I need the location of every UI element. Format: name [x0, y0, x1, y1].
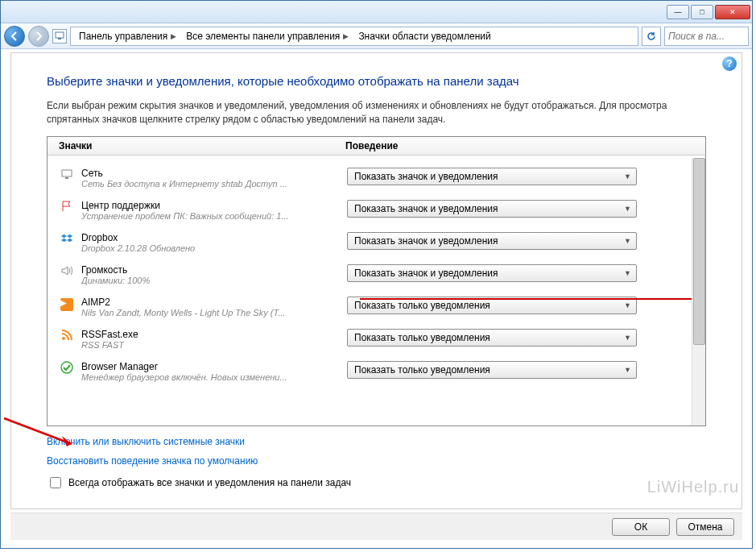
- list-item: Browser ManagerМенеджер браузеров включё…: [48, 358, 691, 390]
- item-subtitle: Устранение проблем ПК: Важных сообщений:…: [81, 211, 347, 221]
- titlebar: — □ ✕: [1, 1, 752, 23]
- breadcrumb-item[interactable]: Значки области уведомлений: [358, 31, 490, 42]
- item-name: Сеть: [81, 168, 347, 179]
- dropdown-value: Показать значок и уведомления: [354, 268, 498, 279]
- content-pane: ? Выберите значки и уведомления, которые…: [10, 52, 742, 509]
- item-subtitle: Dropbox 2.10.28 Обновлено: [81, 243, 347, 253]
- aimp-icon: ▶: [59, 297, 75, 313]
- notification-icons-list: Значки Поведение СетьСеть Без доступа к …: [47, 136, 706, 426]
- scrollbar-thumb[interactable]: [693, 158, 705, 345]
- breadcrumb-item[interactable]: Панель управления: [79, 31, 167, 42]
- forward-button[interactable]: [28, 26, 49, 47]
- svg-point-5: [61, 362, 72, 373]
- system-icons-link[interactable]: Включить или выключить системные значки: [47, 436, 706, 447]
- restore-defaults-link[interactable]: Восстановить поведение значка по умолчан…: [47, 455, 706, 467]
- address-icon[interactable]: [52, 29, 67, 44]
- chevron-down-icon: ▼: [624, 301, 631, 309]
- maximize-button[interactable]: □: [691, 5, 713, 19]
- watermark: LiWiHelp.ru: [647, 478, 739, 496]
- dropbox-icon: [59, 232, 75, 248]
- dialog-footer: ОК Отмена: [10, 513, 742, 540]
- help-icon[interactable]: ?: [722, 56, 737, 71]
- svg-rect-3: [65, 177, 68, 179]
- item-name: Громкость: [81, 264, 347, 276]
- behavior-dropdown[interactable]: Показать значок и уведомления▼: [347, 232, 637, 250]
- rss-icon: [59, 329, 75, 345]
- flag-icon: [59, 200, 75, 216]
- behavior-dropdown[interactable]: Показать значок и уведомления▼: [347, 168, 637, 185]
- list-item: СетьСеть Без доступа к Интернету shtab Д…: [48, 164, 691, 197]
- search-input[interactable]: [664, 27, 749, 46]
- column-header-behavior: Поведение: [345, 140, 705, 151]
- svg-point-4: [62, 337, 65, 340]
- scrollbar[interactable]: [692, 158, 705, 425]
- behavior-dropdown[interactable]: Показать только уведомления▼: [347, 329, 637, 347]
- dropdown-value: Показать только уведомления: [354, 332, 490, 343]
- checkmark-icon: [59, 361, 75, 377]
- chevron-down-icon: ▼: [624, 334, 631, 342]
- dropdown-value: Показать значок и уведомления: [354, 235, 498, 247]
- navigation-bar: Панель управления▶ Все элементы панели у…: [1, 23, 752, 49]
- cancel-button[interactable]: Отмена: [676, 518, 734, 536]
- dropdown-value: Показать только уведомления: [354, 300, 490, 311]
- breadcrumb-bar[interactable]: Панель управления▶ Все элементы панели у…: [70, 27, 638, 46]
- chevron-right-icon: ▶: [343, 32, 349, 40]
- minimize-button[interactable]: —: [667, 5, 689, 19]
- item-name: RSSFast.exe: [81, 329, 347, 340]
- svg-rect-1: [58, 38, 61, 39]
- behavior-dropdown[interactable]: Показать значок и уведомления▼: [347, 200, 637, 218]
- item-subtitle: Сеть Без доступа к Интернету shtab Досту…: [81, 179, 347, 189]
- breadcrumb-item[interactable]: Все элементы панели управления: [186, 31, 340, 42]
- behavior-dropdown[interactable]: Показать только уведомления▼: [347, 361, 637, 379]
- highlight-underline: [360, 298, 700, 300]
- network-icon: [59, 168, 75, 184]
- page-title: Выберите значки и уведомления, которые н…: [47, 74, 706, 88]
- item-subtitle: Nils Van Zandt, Monty Wells - Light Up T…: [81, 308, 347, 318]
- list-item: DropboxDropbox 2.10.28 ОбновленоПоказать…: [48, 229, 691, 261]
- volume-icon: [59, 264, 75, 280]
- refresh-button[interactable]: [642, 27, 661, 46]
- item-subtitle: RSS FAST: [81, 340, 347, 350]
- list-item: Центр поддержкиУстранение проблем ПК: Ва…: [48, 197, 691, 229]
- item-name: Центр поддержки: [81, 200, 347, 211]
- chevron-right-icon: ▶: [171, 32, 176, 40]
- list-item: RSSFast.exeRSS FASTПоказать только уведо…: [48, 326, 691, 358]
- back-button[interactable]: [4, 26, 25, 47]
- item-name: AIMP2: [81, 297, 347, 308]
- chevron-down-icon: ▼: [624, 172, 631, 181]
- chevron-down-icon: ▼: [624, 205, 631, 213]
- close-button[interactable]: ✕: [715, 5, 750, 19]
- item-subtitle: Динамики: 100%: [81, 276, 347, 285]
- dropdown-value: Показать только уведомления: [354, 364, 490, 376]
- behavior-dropdown[interactable]: Показать значок и уведомления▼: [347, 264, 637, 282]
- list-item: ГромкостьДинамики: 100%Показать значок и…: [48, 261, 691, 293]
- chevron-down-icon: ▼: [624, 269, 631, 277]
- svg-rect-2: [62, 170, 72, 176]
- chevron-down-icon: ▼: [624, 366, 631, 374]
- always-show-label: Всегда отображать все значки и уведомлен…: [68, 477, 351, 488]
- dropdown-value: Показать значок и уведомления: [354, 203, 498, 214]
- item-name: Browser Manager: [81, 361, 347, 372]
- item-name: Dropbox: [81, 232, 347, 243]
- chevron-down-icon: ▼: [624, 237, 631, 245]
- always-show-checkbox[interactable]: [50, 477, 61, 488]
- svg-rect-0: [56, 32, 64, 38]
- column-header-icons: Значки: [48, 140, 345, 151]
- ok-button[interactable]: ОК: [612, 518, 670, 536]
- dropdown-value: Показать значок и уведомления: [354, 171, 498, 182]
- item-subtitle: Менеджер браузеров включён. Новых измене…: [81, 372, 347, 382]
- page-description: Если выбран режим скрытия значков и увед…: [47, 99, 675, 127]
